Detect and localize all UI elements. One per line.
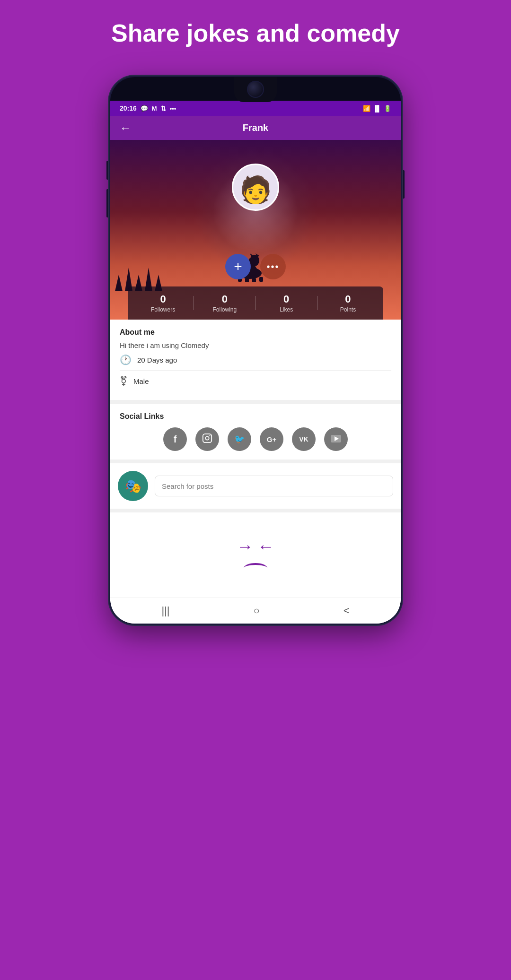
- battery-icon: 🔋: [384, 105, 391, 112]
- action-buttons: + •••: [225, 254, 286, 279]
- stats-bar: 0 Followers 0 Following 0 Likes: [128, 286, 383, 320]
- app-screen: ← Frank: [110, 116, 401, 624]
- status-time: 20:16: [120, 104, 137, 112]
- stat-likes[interactable]: 0 Likes: [256, 293, 317, 313]
- vk-button[interactable]: VK: [292, 427, 316, 451]
- camera-bump: [234, 76, 277, 102]
- svg-point-11: [209, 435, 210, 436]
- likes-count: 0: [283, 293, 289, 305]
- nav-home-button[interactable]: ○: [253, 605, 259, 617]
- gender-text: Male: [133, 377, 149, 385]
- about-title: About me: [120, 328, 391, 337]
- youtube-button[interactable]: [324, 427, 348, 451]
- about-text: Hi there i am using Clomedy: [120, 341, 391, 349]
- svg-point-10: [205, 436, 209, 440]
- social-links-section: Social Links f: [110, 404, 401, 460]
- gmail-icon: M: [152, 105, 157, 112]
- svg-rect-9: [203, 434, 211, 442]
- nav-home-icon: ○: [253, 605, 259, 616]
- nav-recent-button[interactable]: |||: [161, 605, 169, 617]
- following-count: 0: [222, 293, 228, 305]
- stat-points[interactable]: 0 Points: [317, 293, 379, 313]
- power-button: [402, 170, 405, 199]
- following-label: Following: [212, 306, 237, 313]
- likes-label: Likes: [280, 306, 293, 313]
- more-options-button[interactable]: •••: [260, 254, 286, 279]
- youtube-icon: [331, 434, 341, 445]
- nav-recent-icon: |||: [161, 605, 169, 616]
- status-bar: 20:16 💬 M ⇅ ••• 📶 ▐▌ 🔋: [110, 101, 401, 116]
- add-button[interactable]: +: [225, 254, 251, 279]
- avatar-emoji: 🧑: [239, 177, 272, 203]
- gender-row: ⚧ Male: [120, 371, 391, 391]
- app-header: ← Frank: [110, 116, 401, 140]
- sad-face-icon: [244, 563, 267, 573]
- search-avatar-emoji: 🎭: [125, 478, 141, 494]
- page-title: Share jokes and comedy: [92, 19, 419, 47]
- stat-followers[interactable]: 0 Followers: [132, 293, 194, 313]
- phone-frame: 20:16 💬 M ⇅ ••• 📶 ▐▌ 🔋 ← Frank: [109, 76, 402, 625]
- stat-following[interactable]: 0 Following: [194, 293, 255, 313]
- wifi-icon: 📶: [363, 105, 370, 112]
- joined-text: 20 Days ago: [137, 356, 177, 364]
- facebook-icon: f: [174, 434, 177, 445]
- signal-icon: ▐▌: [373, 105, 381, 112]
- instagram-icon: [202, 433, 212, 446]
- status-left: 20:16 💬 M ⇅ •••: [120, 104, 176, 112]
- tree-1: [115, 275, 123, 291]
- followers-count: 0: [160, 293, 166, 305]
- gender-icon: ⚧: [120, 375, 128, 387]
- camera-lens: [247, 81, 264, 98]
- google-icon: G+: [267, 435, 276, 443]
- bottom-nav: ||| ○ <: [110, 598, 401, 624]
- about-section: About me Hi there i am using Clomedy 🕐 2…: [110, 320, 401, 400]
- search-avatar: 🎭: [118, 471, 148, 501]
- empty-state-section: → ←: [110, 512, 401, 598]
- followers-label: Followers: [151, 306, 175, 313]
- whatsapp-icon: 💬: [141, 105, 148, 112]
- empty-arrows: → ←: [237, 537, 274, 556]
- search-input[interactable]: [155, 476, 393, 496]
- social-icons-row: f 🐦: [120, 427, 391, 451]
- avatar: 🧑: [232, 164, 279, 211]
- instagram-button[interactable]: [195, 427, 219, 451]
- more-icon: •••: [170, 105, 176, 112]
- google-button[interactable]: G+: [260, 427, 283, 451]
- search-section: 🎭: [110, 463, 401, 509]
- clock-icon: 🕐: [120, 354, 132, 365]
- twitter-button[interactable]: 🐦: [228, 427, 251, 451]
- vk-icon: VK: [299, 435, 308, 443]
- nav-back-icon: <: [344, 605, 350, 616]
- arrow-left-icon: ←: [257, 537, 274, 556]
- arrow-right-icon: →: [237, 537, 254, 556]
- facebook-button[interactable]: f: [163, 427, 187, 451]
- profile-name-header: Frank: [243, 122, 268, 133]
- twitter-icon: 🐦: [234, 434, 245, 444]
- avatar-container: 🧑: [232, 164, 279, 211]
- points-count: 0: [345, 293, 351, 305]
- social-links-title: Social Links: [120, 412, 391, 421]
- profile-banner: 🧑 + ••• 0 Followers 0: [110, 140, 401, 320]
- joined-row: 🕐 20 Days ago: [120, 349, 391, 371]
- data-icon: ⇅: [161, 105, 166, 112]
- status-right-icons: 📶 ▐▌ 🔋: [363, 105, 391, 112]
- back-button[interactable]: ←: [120, 121, 131, 135]
- nav-back-button[interactable]: <: [344, 605, 350, 617]
- points-label: Points: [340, 306, 356, 313]
